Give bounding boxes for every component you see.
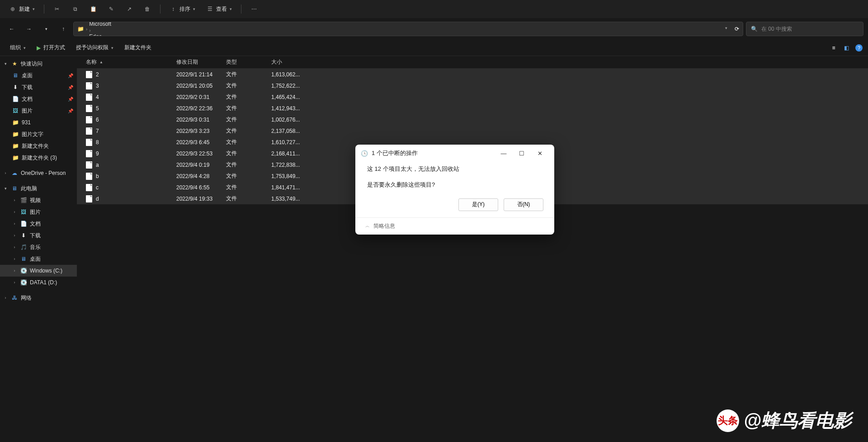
tree-ptext[interactable]: 📁图片文字 (0, 128, 77, 140)
tree-pictures[interactable]: 🖼图片📌 (0, 105, 77, 117)
file-size: 1,533,749... (271, 196, 316, 202)
file-date: 2022/9/4 0:19 (176, 162, 226, 168)
tree-network[interactable]: ›🖧网络 (0, 292, 77, 304)
file-type: 文件 (226, 138, 271, 146)
tree-pictures2[interactable]: ›🖼图片 (0, 206, 77, 218)
open-mode-button[interactable]: ▶ 打开方式 (32, 42, 70, 53)
dialog-titlebar: 🕓 1 个已中断的操作 — ☐ ✕ (355, 145, 554, 162)
file-icon (86, 184, 92, 191)
search-input[interactable]: 🔍 在 00 中搜索 (746, 22, 863, 36)
main-area: ▾★快速访问 🖥桌面📌 ⬇下载📌 📄文档📌 🖼图片📌 📁931 📁图片文字 📁新… (0, 56, 868, 442)
file-row[interactable]: 62022/9/3 0:31文件1,002,676... (77, 114, 868, 125)
forward-button[interactable]: → (22, 22, 36, 36)
share-icon: ↗ (126, 5, 133, 13)
new-button[interactable]: ⊕ 新建 ▾ (5, 3, 39, 16)
file-type: 文件 (226, 71, 271, 78)
more-button[interactable]: ⋯ (246, 3, 262, 15)
tree-desktop[interactable]: 🖥桌面📌 (0, 70, 77, 81)
recent-button[interactable]: ▾ (39, 22, 53, 36)
file-icon (86, 127, 92, 135)
tree-windows-c[interactable]: ›💽Windows (C:) (0, 265, 77, 277)
yes-button[interactable]: 是(Y) (458, 198, 498, 211)
file-row[interactable]: 22022/9/1 21:14文件1,613,062... (77, 69, 868, 80)
back-button[interactable]: ← (5, 22, 19, 36)
breadcrumb-segment[interactable]: Microsoft (89, 22, 190, 27)
organize-button[interactable]: 组织 ▾ (5, 42, 30, 53)
file-row[interactable]: 72022/9/3 3:23文件2,137,058... (77, 125, 868, 136)
tree-quick-access[interactable]: ▾★快速访问 (0, 58, 77, 70)
file-row[interactable]: 42022/9/2 0:31文件1,465,424... (77, 91, 868, 103)
grant-access-button[interactable]: 授予访问权限 ▾ (71, 42, 118, 53)
tree-documents2[interactable]: ›📄文档 (0, 218, 77, 230)
file-date: 2022/9/3 6:45 (176, 139, 226, 146)
tree-music[interactable]: ›🎵音乐 (0, 241, 77, 253)
breadcrumb-segment[interactable]: Edge (89, 33, 190, 36)
file-name: a (96, 162, 99, 168)
tree-newfolder[interactable]: 📁新建文件夹 (0, 140, 77, 152)
column-size[interactable]: 大小 (271, 58, 316, 66)
rename-button[interactable]: ✎ (103, 3, 119, 15)
tree-931[interactable]: 📁931 (0, 117, 77, 128)
file-icon (86, 71, 92, 78)
details-view-icon[interactable]: ≡ (830, 44, 837, 52)
file-date: 2022/9/3 3:23 (176, 128, 226, 134)
help-icon[interactable]: ? (855, 44, 863, 52)
file-size: 2,137,058... (271, 128, 316, 134)
file-date: 2022/9/1 21:14 (176, 71, 226, 78)
cut-button[interactable]: ✂ (49, 3, 65, 15)
preview-pane-icon[interactable]: ◧ (843, 44, 850, 52)
tree-this-pc[interactable]: ▾🖥此电脑 (0, 183, 77, 194)
separator (44, 5, 44, 14)
file-size: 1,002,676... (271, 117, 316, 123)
close-button[interactable]: ✕ (531, 146, 549, 160)
chevron-down-icon[interactable]: ▾ (725, 26, 727, 32)
sort-arrow-icon: ▲ (99, 60, 103, 64)
file-name: d (96, 196, 99, 202)
column-date[interactable]: 修改日期 (176, 58, 226, 66)
file-type: 文件 (226, 82, 271, 89)
new-folder-button[interactable]: 新建文件夹 (120, 42, 156, 53)
tree-desktop2[interactable]: ›🖥桌面 (0, 253, 77, 265)
file-size: 1,841,471... (271, 184, 316, 191)
file-date: 2022/9/4 19:33 (176, 196, 226, 202)
up-button[interactable]: ↑ (56, 22, 71, 36)
column-type[interactable]: 类型 (226, 58, 271, 66)
list-header: 名称▲ 修改日期 类型 大小 (77, 56, 868, 69)
tree-data1-d[interactable]: ›💽DATA1 (D:) (0, 277, 77, 288)
chevron-right-icon: › (86, 27, 87, 32)
tree-downloads2[interactable]: ›⬇下载 (0, 230, 77, 241)
watermark-logo: 头条 (717, 409, 739, 432)
maximize-button[interactable]: ☐ (513, 146, 531, 160)
copy-button[interactable]: ⧉ (67, 3, 83, 15)
file-icon (86, 116, 92, 123)
tree-documents[interactable]: 📄文档📌 (0, 93, 77, 105)
picture-icon: 🖼 (20, 208, 27, 216)
refresh-icon[interactable]: ⟳ (735, 26, 739, 32)
open-icon: ▶ (37, 45, 41, 51)
tree-downloads[interactable]: ⬇下载📌 (0, 81, 77, 93)
view-button[interactable]: ☰ 查看 ▾ (202, 3, 236, 16)
file-icon (86, 195, 92, 202)
delete-icon: 🗑 (144, 5, 151, 13)
file-row[interactable]: 52022/9/2 22:36文件1,412,943... (77, 103, 868, 114)
file-row[interactable]: 32022/9/1 20:05文件1,752,622... (77, 80, 868, 91)
paste-button[interactable]: 📋 (85, 3, 101, 15)
file-list: 名称▲ 修改日期 类型 大小 22022/9/1 21:14文件1,613,06… (77, 56, 868, 442)
tree-videos[interactable]: ›🎬视频 (0, 194, 77, 206)
file-size: 1,753,849... (271, 173, 316, 179)
drive-icon: 💽 (20, 279, 27, 286)
sort-button[interactable]: ↕ 排序 ▾ (165, 3, 200, 16)
dialog-footer[interactable]: ︿ 简略信息 (355, 217, 554, 235)
address-bar[interactable]: 📁 › 此电脑›Windows (C:)›用户›lenovo›AppData›L… (73, 22, 743, 36)
organize-label: 组织 (10, 44, 21, 52)
tree-onedrive[interactable]: ›☁OneDrive - Person (0, 167, 77, 179)
tree-newfolder3[interactable]: 📁新建文件夹 (3) (0, 152, 77, 164)
file-type: 文件 (226, 93, 271, 101)
no-button[interactable]: 否(N) (504, 198, 543, 211)
minimize-button[interactable]: — (495, 146, 513, 160)
column-name[interactable]: 名称▲ (86, 58, 176, 66)
clock-icon: 🕓 (361, 150, 368, 157)
delete-button[interactable]: 🗑 (139, 3, 156, 15)
chevron-down-icon: ▾ (33, 7, 35, 11)
share-button[interactable]: ↗ (121, 3, 137, 15)
